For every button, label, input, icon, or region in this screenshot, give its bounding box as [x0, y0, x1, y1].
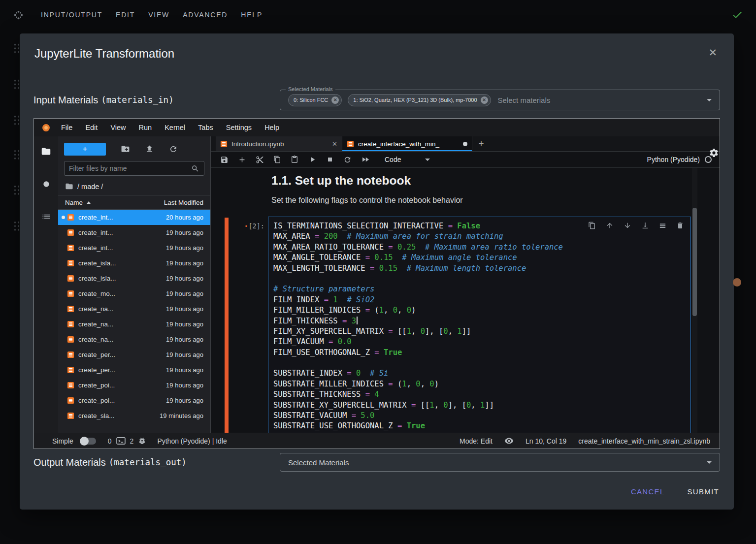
column-header-name[interactable]: Name: [65, 199, 91, 206]
breadcrumb[interactable]: / made /: [58, 176, 210, 195]
file-row[interactable]: create_mo... 19 hours ago: [58, 286, 210, 301]
code-editor[interactable]: IS_TERMINATIONS_SELECTION_INTERACTIVE = …: [268, 217, 691, 433]
restart-run-all-icon[interactable]: [361, 155, 370, 164]
app-menu-item[interactable]: HELP: [241, 9, 263, 21]
file-row[interactable]: create_int... 20 hours ago: [58, 210, 210, 225]
file-row[interactable]: create_per... 19 hours ago: [58, 347, 210, 362]
notebook-tab[interactable]: Introduction.ipynb ✕: [216, 136, 342, 151]
refresh-file-list-icon[interactable]: [169, 145, 178, 154]
notebook-file-icon: [67, 229, 74, 236]
move-cell-up-icon[interactable]: [606, 222, 614, 229]
submit-button[interactable]: SUBMIT: [688, 487, 719, 496]
drag-handle[interactable]: [13, 79, 20, 90]
duplicate-cell-icon[interactable]: [588, 222, 596, 229]
cursor-position[interactable]: Ln 10, Col 19: [526, 437, 566, 445]
drag-handle[interactable]: [13, 43, 20, 54]
file-row[interactable]: create_isla... 19 hours ago: [58, 271, 210, 286]
file-browser-tab-icon[interactable]: [41, 146, 51, 157]
file-row[interactable]: create_per... 19 hours ago: [58, 362, 210, 378]
save-icon[interactable]: [220, 156, 229, 164]
delete-cell-icon[interactable]: [676, 222, 684, 229]
kernel-status-text[interactable]: Python (Pyodide) | Idle: [157, 437, 227, 445]
file-row[interactable]: create_poi... 19 hours ago: [58, 378, 210, 393]
scrollbar-thumb[interactable]: [692, 208, 697, 316]
tab-close-icon[interactable]: ✕: [332, 140, 337, 148]
file-row[interactable]: create_sla... 19 minutes ago: [58, 408, 210, 423]
sessions-indicator[interactable]: 0 2: [108, 437, 147, 445]
new-launcher-button[interactable]: +: [64, 143, 106, 156]
chip-remove-icon[interactable]: ✕: [331, 96, 339, 104]
app-menu-item[interactable]: VIEW: [148, 9, 169, 21]
interrupt-kernel-icon[interactable]: [326, 156, 334, 163]
filter-files-box[interactable]: [64, 161, 204, 176]
chevron-down-icon[interactable]: [707, 99, 712, 101]
jupyter-menu-item[interactable]: Help: [258, 119, 286, 136]
file-row[interactable]: create_na... 19 hours ago: [58, 301, 210, 317]
restart-kernel-icon[interactable]: [343, 156, 352, 164]
table-of-contents-tab-icon[interactable]: [41, 212, 51, 222]
jupyter-menu-item[interactable]: Tabs: [192, 119, 220, 136]
file-row[interactable]: create_na... 19 hours ago: [58, 332, 210, 347]
code-cell[interactable]: •[2]: IS_TERMINATIONS_SELECTION_INTERACT…: [211, 217, 720, 433]
upload-files-icon[interactable]: [145, 144, 154, 154]
settings-gear-icon[interactable]: [709, 148, 719, 158]
jupyter-menu-item[interactable]: Kernel: [158, 119, 192, 136]
notebook-file-icon: [67, 290, 74, 297]
mode-indicator[interactable]: Mode: Edit: [460, 437, 493, 445]
running-kernels-tab-icon[interactable]: [43, 181, 50, 188]
cut-cells-icon[interactable]: [256, 156, 264, 164]
simple-mode-label: Simple: [52, 437, 73, 445]
file-row[interactable]: create_na... 19 hours ago: [58, 317, 210, 332]
jupyter-menu-item[interactable]: File: [55, 119, 79, 136]
insert-cell-below-icon[interactable]: [641, 222, 649, 229]
material-chip[interactable]: 0: Silicon FCC ✕: [288, 94, 342, 106]
notebook-content[interactable]: 1.1. Set up the notebook Set the followi…: [211, 168, 720, 433]
drag-handle[interactable]: [13, 149, 20, 160]
copy-cells-icon[interactable]: [273, 156, 281, 163]
jupyter-menu-item[interactable]: Run: [132, 119, 159, 136]
drag-handle[interactable]: [13, 221, 20, 231]
saved-check-icon[interactable]: [731, 9, 743, 21]
execution-count: [2]:: [248, 222, 264, 230]
filter-files-input[interactable]: [69, 164, 191, 172]
drag-handle[interactable]: [13, 115, 20, 126]
notebook-tab[interactable]: create_interface_with_min_ ✕: [342, 136, 472, 151]
file-modified: 19 hours ago: [166, 382, 203, 389]
paste-cells-icon[interactable]: [291, 156, 298, 163]
jupyter-menu-item[interactable]: Settings: [220, 119, 258, 136]
app-menu-item[interactable]: INPUT/OUTPUT: [41, 9, 102, 21]
cell-menu-icon[interactable]: [659, 222, 666, 229]
eye-icon[interactable]: [504, 436, 514, 446]
app-menu-item[interactable]: ADVANCED: [183, 9, 228, 21]
close-icon[interactable]: ✕: [708, 47, 717, 58]
kernel-indicator[interactable]: Python (Pyodide): [647, 156, 712, 163]
material-chip[interactable]: 1: SiO2, Quartz, HEX (P3_121) 3D (Bulk),…: [348, 94, 491, 106]
chip-remove-icon[interactable]: ✕: [481, 96, 488, 104]
file-row[interactable]: create_int... 19 hours ago: [58, 225, 210, 240]
input-materials-select[interactable]: Selected Materials 0: Silicon FCC ✕ 1: S…: [280, 90, 720, 110]
file-row[interactable]: create_isla... 19 hours ago: [58, 256, 210, 271]
jupyter-menu-item[interactable]: View: [104, 119, 132, 136]
new-folder-icon[interactable]: [121, 144, 130, 154]
output-materials-select[interactable]: Selected Materials: [280, 453, 720, 472]
markdown-cell[interactable]: 1.1. Set up the notebook Set the followi…: [271, 174, 720, 205]
run-cell-icon[interactable]: [308, 155, 317, 164]
chevron-down-icon[interactable]: [707, 461, 712, 464]
drag-handle[interactable]: [13, 185, 20, 195]
app-menu-item[interactable]: EDIT: [116, 9, 135, 21]
cell-type-select[interactable]: Code: [385, 156, 430, 163]
move-cell-down-icon[interactable]: [624, 222, 631, 229]
simple-mode-toggle[interactable]: [80, 438, 96, 445]
jupyter-menu-item[interactable]: Edit: [79, 119, 104, 136]
file-row[interactable]: create_poi... 19 hours ago: [58, 393, 210, 408]
cancel-button[interactable]: CANCEL: [631, 487, 665, 496]
add-tab-button[interactable]: +: [472, 136, 490, 151]
file-row[interactable]: create_int... 19 hours ago: [58, 240, 210, 256]
home-folder-icon[interactable]: [65, 182, 73, 191]
column-header-last-modified[interactable]: Last Modified: [164, 199, 203, 206]
file-browser: + / made / Name: [58, 136, 211, 433]
notebook-scrollbar[interactable]: [692, 168, 697, 433]
file-modified: 19 hours ago: [166, 320, 203, 328]
side-handle[interactable]: [733, 278, 741, 287]
insert-cell-icon[interactable]: [238, 156, 246, 164]
